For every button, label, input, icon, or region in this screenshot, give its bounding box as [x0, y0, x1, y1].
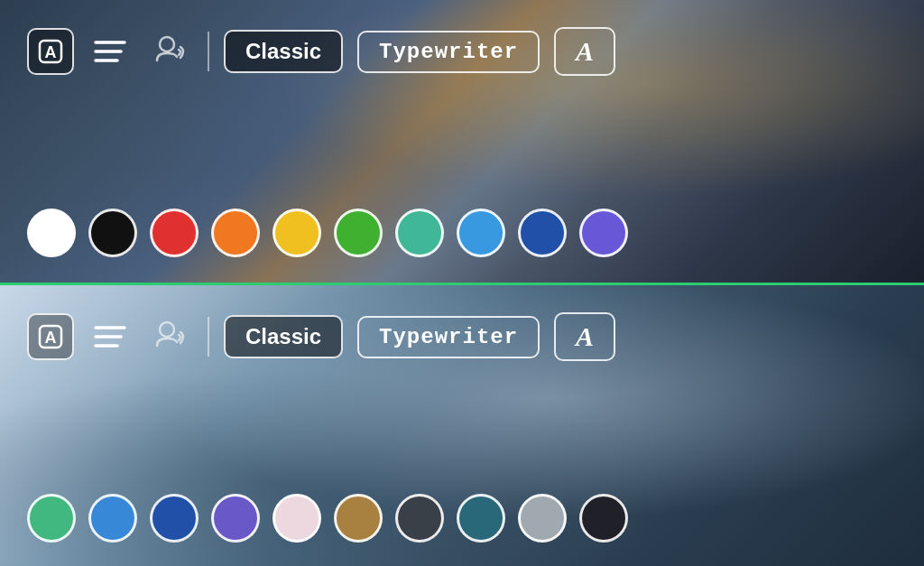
speech-button-2[interactable] — [146, 313, 193, 360]
color-row-1 — [27, 209, 628, 257]
align-icon — [92, 35, 128, 68]
color-dot-sky-blue[interactable] — [457, 209, 505, 257]
color-dot-light-pink[interactable] — [273, 494, 321, 543]
color-dot-yellow[interactable] — [273, 209, 321, 257]
color-dot-black[interactable] — [88, 209, 137, 257]
align-button[interactable] — [88, 32, 132, 71]
toolbar-2: A Classic Typewriter — [27, 312, 897, 361]
classic-mode-button[interactable]: Classic — [224, 30, 343, 73]
toolbar-divider-1 — [208, 32, 209, 71]
color-dot-teal[interactable] — [395, 209, 444, 257]
color-dot-silver[interactable] — [518, 494, 567, 543]
color-dot-purple[interactable] — [211, 494, 260, 543]
color-dot-dark-blue[interactable] — [518, 209, 567, 257]
color-dot-near-black[interactable] — [579, 494, 628, 543]
panel-1: A Classic — [0, 0, 924, 283]
font-icon: A — [38, 39, 63, 64]
color-dot-dark-gray[interactable] — [395, 494, 444, 543]
font-button[interactable]: A — [27, 28, 74, 75]
speech-icon — [150, 32, 189, 71]
classic-mode-button-2[interactable]: Classic — [224, 315, 343, 358]
toolbar-divider-2 — [208, 317, 209, 357]
cursive-mode-button-2[interactable]: A — [554, 312, 615, 361]
align-icon-2 — [92, 320, 128, 353]
panel-2: A Classic Typewriter — [0, 285, 924, 566]
toolbar-1: A Classic — [27, 27, 897, 76]
color-dot-white[interactable] — [27, 209, 76, 257]
color-dot-orange[interactable] — [211, 209, 260, 257]
color-dot-red[interactable] — [150, 209, 199, 257]
color-dot-emerald[interactable] — [27, 494, 76, 543]
color-dot-green[interactable] — [334, 209, 383, 257]
cursive-mode-button[interactable]: A — [554, 27, 615, 76]
align-button-2[interactable] — [88, 317, 132, 357]
svg-text:A: A — [45, 43, 57, 61]
color-dot-blue[interactable] — [88, 494, 137, 543]
speech-button[interactable] — [146, 28, 193, 75]
color-dot-gold[interactable] — [334, 494, 383, 543]
font-button-2[interactable]: A — [27, 313, 74, 360]
typewriter-mode-button[interactable]: Typewriter — [357, 31, 540, 73]
typewriter-mode-button-2[interactable]: Typewriter — [357, 316, 540, 358]
font-icon-2: A — [38, 324, 63, 349]
svg-point-11 — [160, 322, 174, 337]
svg-text:A: A — [45, 329, 57, 347]
color-row-2 — [27, 494, 628, 543]
svg-point-5 — [160, 37, 174, 51]
separator-line — [0, 283, 924, 285]
speech-icon-2 — [150, 317, 189, 357]
color-dot-dark-blue[interactable] — [150, 494, 199, 543]
color-dot-teal-dark[interactable] — [457, 494, 505, 543]
color-dot-indigo[interactable] — [579, 209, 628, 257]
